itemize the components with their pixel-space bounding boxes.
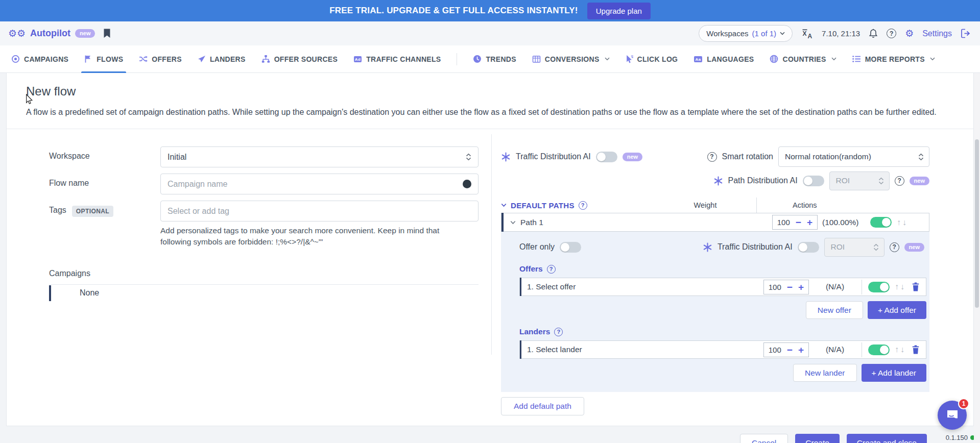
traffic-channels-icon: Ad [353, 55, 362, 63]
weight-plus-button[interactable]: + [807, 217, 812, 227]
flow-name-placeholder: Campaign name [168, 180, 227, 189]
settings-gear-icon[interactable]: ⚙ [905, 29, 914, 38]
page-title: New flow [26, 84, 956, 99]
autopilot-brand[interactable]: ⚙⚙ Autopilot new [8, 28, 95, 39]
help-icon[interactable]: ? [887, 29, 896, 38]
nav-traffic-channels[interactable]: Ad TRAFFIC CHANNELS [353, 45, 441, 72]
nav-flows[interactable]: FLOWS [84, 45, 123, 72]
weight-plus-button[interactable]: + [798, 345, 804, 355]
path-distribution-ai-toggle[interactable] [803, 176, 824, 186]
landers-help-icon[interactable]: ? [554, 328, 563, 336]
smart-rotation-help-icon[interactable]: ? [707, 152, 717, 162]
lander-select-label[interactable]: 1. Select lander [527, 345, 582, 354]
path-roi-select[interactable]: ROI [829, 171, 890, 190]
move-down-icon[interactable]: ↓ [900, 282, 904, 291]
settings-link[interactable]: Settings [922, 29, 952, 38]
lander-enabled-toggle[interactable] [868, 344, 890, 355]
traffic-ai-roi-select[interactable]: ROI [824, 238, 885, 257]
create-button[interactable]: Create [795, 434, 840, 443]
offer-only-toggle[interactable] [560, 242, 581, 253]
offer-select-label[interactable]: 1. Select offer [527, 282, 576, 291]
add-default-path-button[interactable]: Add default path [501, 397, 584, 415]
nav-divider [457, 53, 457, 65]
nav-landers[interactable]: LANDERS [198, 45, 246, 72]
tags-help-text: Add personalized tags to make your searc… [160, 225, 479, 247]
move-down-icon[interactable]: ↓ [900, 345, 904, 354]
traffic-distribution-ai-toggle[interactable] [596, 152, 617, 162]
nav-trends[interactable]: TRENDS [473, 45, 516, 72]
flow-color-picker[interactable] [463, 180, 471, 188]
offer-weight-control: 100 − + [763, 280, 809, 294]
weight-column-header: Weight [654, 201, 756, 209]
traffic-distribution-ai-label: Traffic Distribution AI [516, 152, 591, 161]
add-offer-button[interactable]: + Add offer [868, 301, 926, 319]
workspace-select[interactable]: Initial [160, 146, 479, 167]
lander-weight-value[interactable]: 100 [769, 346, 781, 354]
default-paths-help-icon[interactable]: ? [579, 201, 587, 210]
offers-icon [139, 55, 148, 63]
lander-row: 1. Select lander 100 − + (N/A) ↑ ↓ [519, 340, 926, 359]
delete-offer-icon[interactable] [912, 282, 920, 291]
nav-countries[interactable]: COUNTRIES [770, 45, 836, 72]
vertical-scrollbar[interactable] [974, 73, 980, 443]
smart-rotation-select[interactable]: Normal rotation(random) [778, 146, 929, 167]
translate-icon[interactable]: XA [801, 29, 813, 39]
nav-campaigns[interactable]: CAMPAIGNS [11, 45, 68, 72]
tags-label: Tags [49, 206, 66, 215]
roi-value: ROI [831, 242, 845, 252]
move-up-icon[interactable]: ↑ [895, 345, 899, 354]
cancel-button[interactable]: Cancel [740, 434, 788, 443]
countries-icon [770, 55, 778, 63]
offer-only-label: Offer only [519, 242, 555, 252]
bookmark-icon[interactable] [103, 29, 111, 38]
offer-enabled-toggle[interactable] [868, 282, 890, 292]
app-header: ⚙⚙ Autopilot new Workspaces (1 of 1) XA … [0, 21, 980, 45]
select-chevrons-icon [918, 153, 924, 161]
add-lander-button[interactable]: + Add lander [862, 364, 926, 382]
path-traffic-ai-toggle[interactable] [798, 242, 819, 253]
move-down-icon[interactable]: ↓ [902, 218, 906, 227]
new-offer-button[interactable]: New offer [806, 301, 863, 319]
offers-help-icon[interactable]: ? [547, 265, 556, 274]
actions-column-header: Actions [757, 201, 929, 209]
delete-lander-icon[interactable] [912, 345, 920, 354]
chevron-down-icon [930, 57, 935, 61]
weight-minus-button[interactable]: − [787, 282, 793, 292]
chat-widget-button[interactable]: 1 [938, 401, 967, 430]
nav-offers[interactable]: OFFERS [139, 45, 182, 72]
page-description: A flow is a predefined set of campaign d… [26, 106, 956, 118]
create-and-close-button[interactable]: Create and close [847, 434, 927, 443]
chevron-down-icon [780, 32, 785, 35]
path-ai-help-icon[interactable]: ? [895, 176, 904, 186]
offers-section-title: Offers [519, 264, 543, 274]
nav-click-log[interactable]: CLICK LOG [626, 45, 678, 72]
new-badge: new [75, 29, 95, 38]
path-weight-value[interactable]: 100 [777, 218, 790, 227]
path-enabled-toggle[interactable] [870, 217, 892, 228]
flow-name-input[interactable]: Campaign name [160, 174, 479, 194]
nav-more-reports[interactable]: MORE REPORTS [852, 45, 935, 72]
move-up-icon[interactable]: ↑ [897, 218, 901, 227]
offer-weight-value[interactable]: 100 [769, 283, 781, 291]
nav-conversions[interactable]: CONVERSIONS [532, 45, 610, 72]
nav-languages[interactable]: Aa LANGUAGES [694, 45, 754, 72]
logout-icon[interactable] [961, 29, 971, 38]
move-up-icon[interactable]: ↑ [895, 282, 899, 291]
weight-plus-button[interactable]: + [798, 282, 804, 292]
tags-input[interactable]: Select or add tag [160, 201, 479, 222]
lander-weight-percent: (N/A) [814, 345, 856, 354]
path-name[interactable]: Path 1 [520, 218, 543, 227]
notifications-bell-icon[interactable] [869, 29, 878, 39]
workspace-label: Workspace [49, 146, 160, 167]
new-lander-button[interactable]: New lander [793, 364, 856, 382]
nav-offer-sources[interactable]: OFFER SOURCES [261, 45, 338, 72]
weight-minus-button[interactable]: − [787, 345, 793, 355]
upgrade-plan-button[interactable]: Upgrade plan [587, 3, 651, 19]
scrollbar-thumb[interactable] [975, 139, 979, 308]
path-collapse-chevron-icon[interactable] [510, 220, 516, 225]
default-paths-header[interactable]: DEFAULT PATHS ? [501, 201, 587, 210]
chevron-down-icon [831, 57, 836, 61]
weight-minus-button[interactable]: − [796, 217, 801, 227]
traffic-ai-help-icon[interactable]: ? [890, 242, 899, 252]
workspaces-dropdown[interactable]: Workspaces (1 of 1) [699, 25, 793, 42]
